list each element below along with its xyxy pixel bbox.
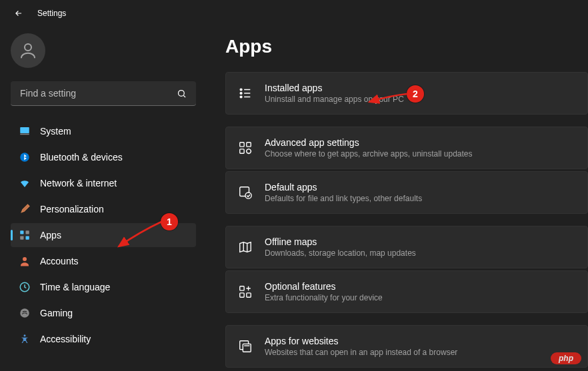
sidebar-item-network[interactable]: Network & internet [11, 171, 196, 195]
gaming-icon [19, 307, 31, 319]
brush-icon [19, 203, 31, 215]
card-desc: Choose where to get apps, archive apps, … [265, 149, 473, 159]
svg-point-1 [179, 90, 185, 96]
card-offline-maps[interactable]: Offline maps Downloads, storage location… [225, 226, 588, 268]
card-title: Apps for websites [265, 336, 457, 346]
svg-rect-18 [240, 149, 244, 153]
card-optional-features[interactable]: Optional features Extra functionality fo… [225, 270, 588, 313]
svg-point-0 [25, 44, 31, 51]
wifi-icon [19, 177, 31, 189]
sidebar-item-time[interactable]: Time & language [11, 275, 196, 299]
watermark: php [551, 352, 581, 364]
svg-point-14 [240, 93, 242, 95]
back-icon[interactable] [13, 8, 24, 19]
features-icon [238, 284, 253, 299]
sidebar-item-label: Bluetooth & devices [40, 152, 123, 163]
titlebar: Settings [0, 0, 588, 27]
annotation-badge-1: 1 [161, 213, 178, 230]
avatar[interactable] [11, 33, 45, 68]
clock-icon [19, 281, 31, 293]
svg-rect-7 [20, 236, 23, 240]
card-title: Installed apps [265, 83, 404, 93]
sidebar-item-label: Time & language [40, 282, 110, 292]
svg-point-9 [23, 257, 27, 261]
sidebar-item-system[interactable]: System [11, 119, 196, 143]
list-icon [238, 86, 253, 101]
window-title: Settings [37, 9, 66, 18]
svg-rect-5 [20, 230, 23, 234]
svg-rect-6 [26, 230, 29, 234]
sidebar-item-label: Personalization [40, 204, 104, 214]
nav: System Bluetooth & devices Network & int… [11, 119, 196, 351]
sidebar-item-label: Accessibility [40, 334, 91, 344]
svg-rect-3 [20, 134, 29, 135]
svg-rect-16 [240, 143, 244, 147]
search-input[interactable]: Find a setting [11, 81, 196, 106]
card-desc: Defaults for file and link types, other … [265, 194, 422, 203]
default-apps-icon [238, 185, 253, 200]
apps-gear-icon [238, 141, 253, 155]
sidebar-item-label: Apps [40, 230, 61, 240]
card-title: Offline maps [265, 236, 416, 247]
card-title: Advanced app settings [265, 137, 473, 148]
card-apps-for-websites[interactable]: Apps for websites Websites that can open… [225, 325, 588, 368]
card-desc: Extra functionality for your device [265, 293, 383, 302]
svg-point-4 [20, 153, 29, 162]
svg-rect-2 [20, 127, 29, 133]
svg-rect-22 [240, 286, 244, 290]
svg-rect-24 [247, 293, 251, 297]
svg-point-13 [240, 89, 242, 91]
sidebar-item-accessibility[interactable]: Accessibility [11, 327, 196, 351]
apps-icon [19, 229, 31, 241]
svg-rect-26 [243, 344, 251, 352]
sidebar-item-label: Network & internet [40, 178, 117, 188]
card-default-apps[interactable]: Default apps Defaults for file and link … [225, 171, 588, 214]
card-title: Optional features [265, 281, 383, 292]
sidebar-item-label: System [40, 126, 71, 137]
bluetooth-icon [19, 151, 31, 163]
svg-point-19 [247, 149, 251, 153]
monitor-icon [19, 125, 31, 137]
card-desc: Websites that can open in an app instead… [265, 348, 457, 357]
sidebar-item-label: Gaming [40, 308, 73, 318]
card-desc: Downloads, storage location, map updates [265, 248, 416, 258]
page-title: Apps [225, 36, 588, 57]
map-icon [238, 240, 253, 254]
svg-point-21 [245, 192, 251, 198]
card-desc: Uninstall and manage apps on your PC [265, 95, 404, 104]
svg-point-12 [24, 334, 26, 336]
sidebar-item-gaming[interactable]: Gaming [11, 301, 196, 325]
websites-icon [238, 339, 253, 354]
person-icon [19, 255, 31, 267]
main-content: Apps Installed apps Uninstall and manage… [207, 27, 588, 371]
card-advanced-settings[interactable]: Advanced app settings Choose where to ge… [225, 127, 588, 169]
search-placeholder: Find a setting [20, 88, 76, 99]
sidebar: Find a setting System Bluetooth & device… [0, 27, 207, 371]
svg-rect-8 [26, 236, 29, 240]
sidebar-item-label: Accounts [40, 256, 79, 266]
sidebar-item-bluetooth[interactable]: Bluetooth & devices [11, 145, 196, 169]
accessibility-icon [19, 333, 31, 345]
search-icon [177, 89, 187, 99]
card-title: Default apps [265, 182, 422, 192]
annotation-badge-2: 2 [407, 85, 424, 103]
svg-point-15 [240, 96, 242, 98]
svg-rect-23 [240, 293, 244, 297]
svg-rect-17 [247, 143, 251, 147]
sidebar-item-accounts[interactable]: Accounts [11, 249, 196, 273]
